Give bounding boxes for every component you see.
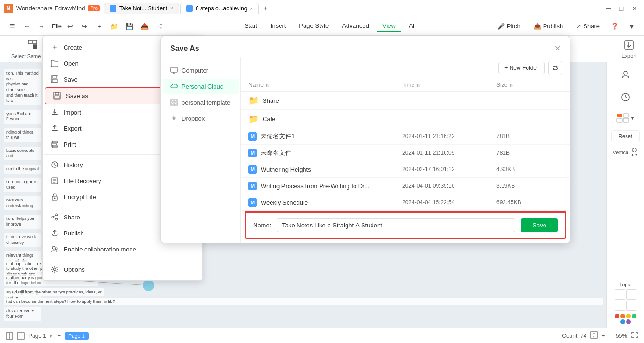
file-name-cafe: 📁 Cafe [248,114,402,124]
file-name-3: M Wuthering Heights [248,165,402,174]
layout-cell-1[interactable] [615,289,625,300]
file-label-1: 未命名文件1 [261,132,295,141]
page-dropdown-icon[interactable]: ▼ [48,333,54,339]
pitch-button[interactable]: 🎤 Pitch [493,21,525,32]
file-row-cafe[interactable]: 📁 Cafe [241,110,570,128]
svg-rect-31 [617,114,622,117]
menu-advanced[interactable]: Advanced [336,20,375,32]
zoom-out-button[interactable]: – [609,333,612,339]
color-purple[interactable] [626,319,631,324]
menu-view[interactable]: View [377,20,401,32]
menu-item-collab[interactable]: Enable collaboration mode [43,241,202,257]
page-add-button[interactable]: + [58,333,61,339]
undo-button[interactable]: ↩ [64,20,77,33]
file-time-2: 2024-01-11 21:16:09 [402,150,496,156]
tab-1[interactable]: Take Not... Student × [104,3,179,14]
open-button[interactable]: 📁 [108,20,121,33]
maximize-button[interactable]: □ [616,3,627,14]
file-row-3[interactable]: M Wuthering Heights 2024-02-17 16:01:12 … [241,161,570,178]
refresh-button[interactable] [548,61,562,75]
color-blue[interactable] [620,319,625,324]
svg-rect-79 [174,100,176,102]
share-button[interactable]: ↗ Share [571,21,604,32]
publish-button[interactable]: 📤 Publish [529,21,568,32]
new-folder-button[interactable]: + New Folder [498,62,545,74]
tab-2[interactable]: 6 steps o...achieving × [180,3,259,14]
saveas-file-table: 📁 Share 📁 Cafe [241,92,570,211]
zoom-level: 55% [616,333,627,339]
back-button[interactable]: ← [21,20,34,33]
layout-cell-4[interactable] [626,301,636,311]
print-button[interactable]: 🖨 [153,20,166,33]
tab-add-button[interactable]: + [260,3,271,14]
new-button[interactable]: + [93,20,106,33]
page-layout-toggle[interactable] [6,332,13,340]
reset-button[interactable]: Reset [611,130,640,142]
menu-ai[interactable]: AI [403,20,420,32]
layout-selector[interactable]: ▼ [613,111,638,125]
toolbar-right: 🎤 Pitch 📤 Publish ↗ Share ❓ ▼ [493,20,638,33]
pitch-label: Pitch [507,23,520,30]
saveas-close-button[interactable]: ✕ [554,44,561,53]
layout-cell-3[interactable] [615,301,625,311]
saveas-nav-computer[interactable]: Computer [163,63,239,78]
file-time-3: 2024-02-17 16:01:12 [402,166,496,173]
saveas-name-input[interactable] [277,218,515,232]
export-button[interactable]: Export [621,40,636,59]
vertical-spinner[interactable]: 60 ▲▼ [631,148,638,157]
tab-1-icon [110,5,116,12]
options-label: Options [64,266,195,273]
color-red[interactable] [615,314,619,318]
save-button[interactable]: 💾 [123,20,136,33]
sidebar-toggle-button[interactable]: ☰ [6,20,19,33]
file-row-2[interactable]: M 未命名文件 2024-01-11 21:16:09 781B [241,145,570,161]
svg-point-71 [52,246,55,249]
file-size-3: 4.93KB [496,166,553,173]
menu-insert[interactable]: Insert [265,20,292,32]
zoom-in-button[interactable]: + [602,333,605,339]
tab-2-close[interactable]: × [250,6,253,11]
close-button[interactable]: ✕ [629,3,640,14]
menu-page-style[interactable]: Page Style [293,20,334,32]
user-settings-icon[interactable] [617,66,634,83]
clock-icon[interactable] [617,89,634,106]
file-menu-label[interactable]: File [52,23,62,30]
save-as-icon [53,92,61,100]
saveas-nav-personal-cloud[interactable]: Personal Cloud [163,79,239,94]
node-6: sure no jargon is used [4,178,41,192]
fullscreen-toggle[interactable] [17,332,25,340]
node-3: nding of things this wa [4,128,41,142]
settings-button[interactable]: ▼ [625,20,638,33]
share-icon: ↗ [576,23,581,30]
layout-cell-2[interactable] [626,289,636,300]
fullscreen-button[interactable] [631,331,638,340]
color-green[interactable] [632,314,636,318]
count-display: Count: 74 [562,333,586,339]
menu-start[interactable]: Start [239,20,263,32]
file-row-1[interactable]: M 未命名文件1 2024-01-11 21:16:22 781B [241,128,570,145]
col-name: Name ⇅ [248,82,402,88]
color-orange[interactable] [620,314,625,318]
mindmap-icon-3: M [248,165,257,174]
help-button[interactable]: ❓ [608,20,621,33]
file-row-5[interactable]: M Weekly Schedule 2024-04-04 15:22:54 69… [241,194,570,211]
select-same-type-icon [27,39,38,52]
tab-1-close[interactable]: × [170,6,173,11]
minimize-button[interactable]: ─ [603,3,614,14]
svg-rect-44 [52,79,57,82]
color-yellow[interactable] [626,314,631,318]
saveas-nav-dropbox[interactable]: Dropbox [163,111,239,126]
redo-button[interactable]: ↪ [78,20,91,33]
svg-point-64 [54,198,56,199]
file-row-4[interactable]: M Writing Process from Pre-Writing to Dr… [241,178,570,194]
file-row-share[interactable]: 📁 Share [241,92,570,110]
fit-page-button[interactable] [590,331,598,340]
save-icon [50,75,59,84]
window-controls: ─ □ ✕ [603,3,640,14]
active-page-tab[interactable]: Page 1 [65,332,89,340]
forward-button[interactable]: → [35,20,48,33]
export-toolbar-button[interactable]: 📤 [138,20,151,33]
saveas-save-button[interactable]: Save [521,218,558,232]
saveas-nav-personal-template[interactable]: personal template [163,95,239,110]
menu-item-options[interactable]: Options [43,261,202,277]
